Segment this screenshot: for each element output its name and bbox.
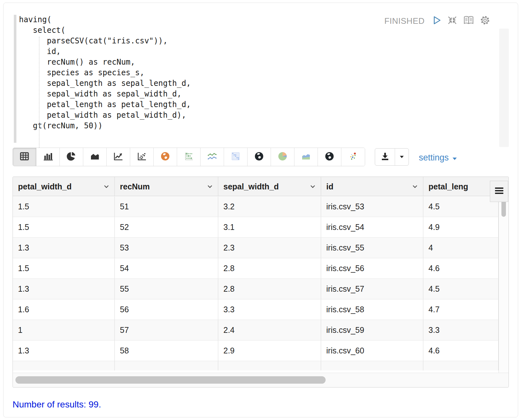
table-cell: 1.5 — [13, 196, 115, 217]
table-row[interactable]: 1.5542.8iris.csv_564.6 — [13, 258, 499, 279]
vertical-scrollbar-thumb[interactable] — [501, 200, 506, 217]
settings-gear-button[interactable] — [480, 15, 490, 27]
table-cell: 2.8 — [218, 258, 321, 278]
column-menu-caret-icon[interactable] — [412, 185, 418, 188]
book-icon — [463, 15, 474, 26]
caret-down-icon — [399, 154, 404, 160]
editor-gutter — [14, 15, 16, 143]
download-button[interactable] — [375, 149, 395, 165]
column-label: id — [321, 182, 333, 191]
code-editor[interactable]: having( select( parseCSV(cat("iris.csv")… — [19, 14, 191, 131]
column-header-recNum[interactable]: recNum — [115, 177, 218, 196]
table-cell: 56 — [115, 299, 218, 320]
column-label: petal_width_d — [13, 182, 72, 191]
viz-line-chart-button[interactable] — [107, 148, 130, 166]
table-cell: 1.5 — [13, 258, 115, 278]
results-count-text: Number of results: 99. — [13, 399, 101, 410]
bar-chart-icon — [43, 151, 53, 162]
table-row[interactable]: 1.5523.1iris.csv_544.9 — [13, 217, 499, 238]
download-button-group — [375, 148, 409, 166]
table-cell: 1.5 — [13, 217, 115, 237]
viz-pie-chart-button[interactable] — [60, 148, 83, 166]
table-row[interactable]: 1.3582.9iris.csv_604.6 — [13, 341, 499, 361]
table-cell: 1.3 — [13, 279, 115, 299]
viz-bar-chart-button[interactable] — [36, 148, 60, 166]
viz-table-button[interactable] — [13, 148, 36, 166]
map-orange-icon — [160, 151, 170, 162]
table-cell: iris.csv_55 — [321, 238, 423, 258]
viz-globe-dark-1-button[interactable] — [248, 148, 271, 166]
column-header-sepal_width_d[interactable]: sepal_width_d — [218, 177, 321, 196]
scatter-color-icon — [348, 151, 358, 162]
table-cell: 3.3 — [423, 320, 499, 340]
area-chart-icon — [90, 151, 100, 162]
table-row[interactable] — [13, 361, 499, 370]
table-cell — [115, 361, 218, 370]
bubble-chart-icon — [184, 151, 194, 162]
table-cell: 4 — [423, 238, 499, 258]
table-cell: 54 — [115, 258, 218, 278]
table-row[interactable]: 1.3532.3iris.csv_554 — [13, 238, 499, 258]
table-cell: iris.csv_58 — [321, 299, 423, 320]
column-header-id[interactable]: id — [321, 177, 423, 196]
grid-menu-button[interactable] — [490, 181, 508, 202]
table-row[interactable]: 1572.4iris.csv_593.3 — [13, 320, 499, 341]
viz-bubble-chart-button[interactable] — [177, 148, 201, 166]
settings-label: settings — [419, 153, 449, 163]
column-header-petal_width_d[interactable]: petal_width_d — [13, 177, 115, 196]
download-options-button[interactable] — [395, 149, 409, 165]
viz-button-group — [13, 148, 365, 166]
table-cell: iris.csv_59 — [321, 320, 423, 340]
viz-multi-line-chart-button[interactable] — [201, 148, 224, 166]
notebook-button[interactable] — [463, 15, 474, 26]
table-cell: 1.3 — [13, 341, 115, 361]
hamburger-menu-icon — [494, 187, 504, 196]
table-cell: 3.2 — [218, 196, 321, 217]
table-cell: 1 — [13, 320, 115, 340]
viz-globe-dark-2-button[interactable] — [318, 148, 341, 166]
table-row[interactable]: 1.6563.3iris.csv_584.7 — [13, 299, 499, 320]
table-cell — [218, 361, 321, 370]
table-cell: 58 — [115, 341, 218, 361]
column-menu-caret-icon[interactable] — [104, 185, 109, 188]
paragraph-controls: FINISHED — [384, 15, 490, 27]
table-cell: 4.5 — [423, 279, 499, 299]
viz-area-chart-color-button[interactable] — [294, 148, 318, 166]
viz-pie-chart-color-button[interactable] — [271, 148, 294, 166]
table-cell: 51 — [115, 196, 218, 217]
table-row[interactable]: 1.5513.2iris.csv_534.5 — [13, 196, 499, 217]
viz-scatter-chart-button[interactable] — [130, 148, 154, 166]
column-label: petal_leng — [423, 182, 468, 191]
viz-heatmap-button[interactable] — [224, 148, 248, 166]
viz-area-chart-button[interactable] — [83, 148, 107, 166]
horizontal-scrollbar[interactable] — [13, 373, 509, 387]
result-table: petal_width_drecNumsepal_width_didpetal_… — [13, 177, 509, 388]
vertical-scrollbar[interactable] — [499, 196, 509, 373]
column-menu-caret-icon[interactable] — [207, 185, 213, 188]
table-row[interactable]: 1.3552.8iris.csv_574.5 — [13, 279, 499, 299]
horizontal-scrollbar-thumb[interactable] — [15, 376, 326, 384]
collapse-button[interactable] — [447, 15, 457, 26]
column-label: sepal_width_d — [218, 182, 279, 191]
table-cell: 57 — [115, 320, 218, 340]
editor-scrollbar[interactable] — [499, 29, 509, 147]
table-cell: 1.3 — [13, 238, 115, 258]
globe-dark-1-icon — [254, 151, 264, 162]
table-cell: 4.5 — [423, 196, 499, 217]
table-cell: iris.csv_53 — [321, 196, 423, 217]
table-cell: iris.csv_60 — [321, 341, 423, 361]
run-button[interactable] — [432, 15, 442, 27]
table-cell: 4.6 — [423, 341, 499, 361]
table-cell: iris.csv_54 — [321, 217, 423, 237]
grid-header-row: petal_width_drecNumsepal_width_didpetal_… — [13, 177, 509, 196]
table-cell: 2.8 — [218, 279, 321, 299]
table-cell: 3.1 — [218, 217, 321, 237]
viz-scatter-color-button[interactable] — [341, 148, 365, 166]
status-label: FINISHED — [384, 16, 425, 26]
heatmap-icon — [230, 151, 241, 162]
viz-map-orange-button[interactable] — [154, 148, 177, 166]
settings-link[interactable]: settings — [419, 151, 457, 164]
column-menu-caret-icon[interactable] — [310, 185, 316, 188]
indent-guide — [39, 37, 40, 148]
table-cell: 52 — [115, 217, 218, 237]
